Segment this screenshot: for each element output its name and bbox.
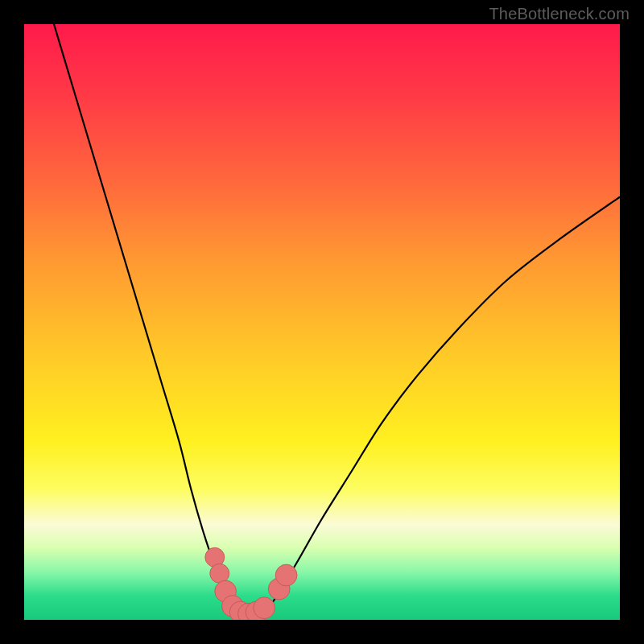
valley-markers (205, 547, 297, 620)
watermark-text: TheBottleneck.com (489, 5, 630, 23)
valley-marker (210, 564, 229, 583)
chart-frame: TheBottleneck.com (0, 0, 644, 644)
curve-layer (24, 24, 620, 620)
valley-marker (254, 597, 275, 619)
bottleneck-curve (54, 24, 620, 614)
plot-area (24, 24, 620, 620)
valley-marker (275, 564, 297, 586)
